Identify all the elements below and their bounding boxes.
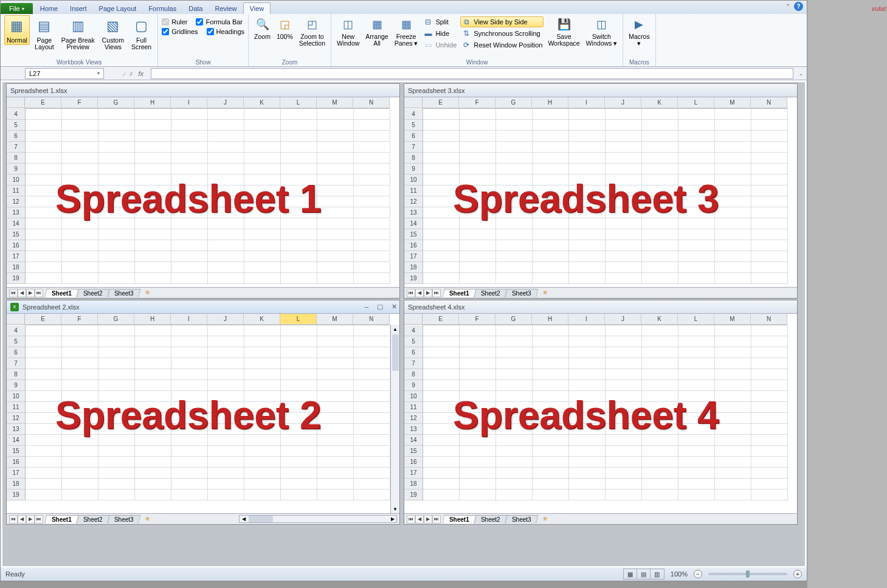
cell[interactable] [678,391,715,402]
cell[interactable] [62,109,98,120]
cell[interactable] [533,153,569,164]
cell[interactable] [715,479,751,489]
cell[interactable] [26,273,62,284]
cell[interactable] [208,153,244,164]
col-header[interactable]: L [280,97,317,108]
cell[interactable] [496,207,533,218]
cell[interactable] [642,240,678,251]
synchronous-scrolling-button[interactable]: ⇅Synchronous Scrolling [460,28,544,39]
cell[interactable] [98,435,135,446]
cell[interactable] [496,446,533,457]
cell[interactable] [208,358,244,369]
cell[interactable] [751,358,788,369]
cell[interactable] [281,391,317,402]
cell[interactable] [606,380,642,391]
cell[interactable] [26,402,62,413]
cell[interactable] [496,251,533,262]
cell[interactable] [281,457,317,468]
cell[interactable] [244,391,281,402]
cell[interactable] [678,457,715,468]
cell[interactable] [751,347,788,358]
row-header[interactable]: 6 [7,347,25,358]
split-button[interactable]: ⊟Split [422,16,458,27]
cell[interactable] [496,131,533,142]
cell[interactable] [715,273,751,284]
row-header[interactable]: 9 [404,164,423,175]
row-header[interactable]: 17 [404,251,423,262]
cell[interactable] [715,435,751,446]
row-header[interactable]: 9 [7,380,25,391]
cell[interactable] [678,358,715,369]
cell[interactable] [496,153,533,164]
cell[interactable] [606,185,642,196]
cell[interactable] [135,446,171,457]
cell[interactable] [533,489,569,500]
cell[interactable] [533,380,569,391]
row-header[interactable]: 4 [404,325,423,336]
view-side-by-side-button[interactable]: ⧉View Side by Side [460,16,544,27]
cell[interactable] [171,153,208,164]
cell[interactable] [62,240,98,251]
cell[interactable] [281,175,317,185]
tab-page-layout[interactable]: Page Layout [93,3,143,14]
sheet-tab[interactable]: Sheet2 [76,515,109,524]
cell[interactable] [317,153,354,164]
cell[interactable] [26,380,62,391]
cell[interactable] [460,413,496,424]
cell[interactable] [533,120,569,131]
cell[interactable] [569,196,606,207]
col-header[interactable]: G [98,97,134,108]
col-header[interactable]: M [714,97,751,108]
cell[interactable] [423,142,460,153]
cell[interactable] [98,489,135,500]
row-header[interactable]: 13 [404,207,423,218]
cell[interactable] [460,273,496,284]
cell[interactable] [208,262,244,273]
row-header[interactable]: 15 [7,446,25,457]
cell[interactable] [281,325,317,336]
cell[interactable] [208,120,244,131]
cell[interactable] [135,402,171,413]
cell[interactable] [171,402,208,413]
cell[interactable] [354,413,390,424]
cell[interactable] [317,262,354,273]
cell[interactable] [496,402,533,413]
cell[interactable] [62,251,98,262]
col-header[interactable]: J [207,314,244,325]
cell[interactable] [533,424,569,435]
cell[interactable] [354,196,390,207]
cell[interactable] [642,262,678,273]
cell[interactable] [26,229,62,240]
row-header[interactable]: 17 [404,468,423,479]
cell[interactable] [354,185,390,196]
cell[interactable] [244,131,281,142]
cell[interactable] [423,229,460,240]
cell[interactable] [423,457,460,468]
select-all-corner[interactable] [7,314,25,325]
cell[interactable] [244,358,281,369]
col-header[interactable]: N [751,314,787,325]
cell[interactable] [135,325,171,336]
cell[interactable] [281,273,317,284]
cell[interactable] [317,369,354,380]
cell[interactable] [569,336,606,347]
cell[interactable] [98,185,135,196]
row-header[interactable]: 16 [7,457,25,468]
cell[interactable] [62,424,98,435]
col-header[interactable]: J [207,97,244,108]
cell[interactable] [751,446,788,457]
cell[interactable] [98,142,135,153]
cell[interactable] [317,424,354,435]
cell[interactable] [98,336,135,347]
cell[interactable] [423,153,460,164]
cell[interactable] [281,358,317,369]
cell[interactable] [460,251,496,262]
col-header[interactable]: K [641,97,678,108]
page-layout-status-button[interactable]: ▤ [637,569,651,579]
cell[interactable] [715,109,751,120]
row-header[interactable]: 17 [7,468,25,479]
cell[interactable] [751,402,788,413]
col-header[interactable]: G [495,314,532,325]
cell[interactable] [62,391,98,402]
cell[interactable] [281,207,317,218]
